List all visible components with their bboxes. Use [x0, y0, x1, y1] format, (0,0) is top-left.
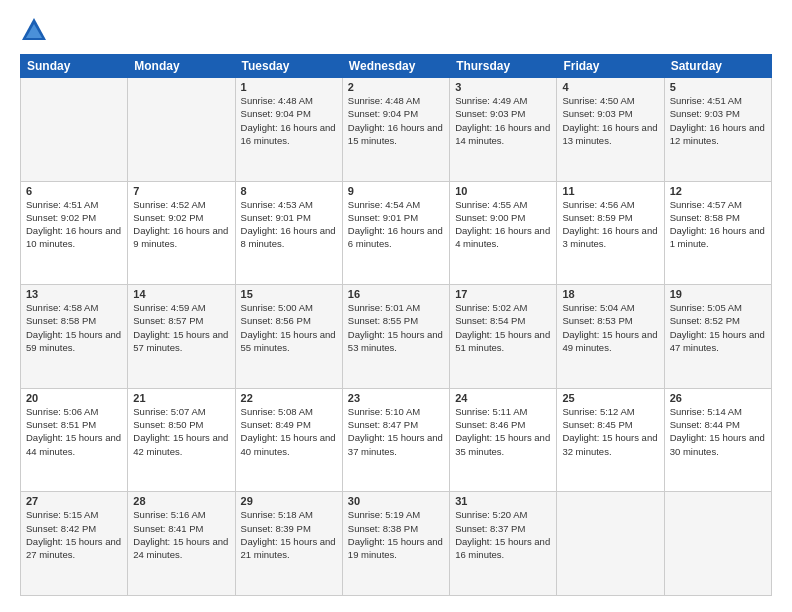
day-number: 10 — [455, 185, 551, 197]
day-number: 1 — [241, 81, 337, 93]
calendar-cell: 5Sunrise: 4:51 AM Sunset: 9:03 PM Daylig… — [664, 78, 771, 182]
calendar-cell: 3Sunrise: 4:49 AM Sunset: 9:03 PM Daylig… — [450, 78, 557, 182]
day-number: 4 — [562, 81, 658, 93]
calendar-day-header: Sunday — [21, 55, 128, 78]
day-info: Sunrise: 5:01 AM Sunset: 8:55 PM Dayligh… — [348, 301, 444, 354]
calendar-cell: 18Sunrise: 5:04 AM Sunset: 8:53 PM Dayli… — [557, 285, 664, 389]
day-info: Sunrise: 5:11 AM Sunset: 8:46 PM Dayligh… — [455, 405, 551, 458]
calendar-cell: 15Sunrise: 5:00 AM Sunset: 8:56 PM Dayli… — [235, 285, 342, 389]
day-info: Sunrise: 4:54 AM Sunset: 9:01 PM Dayligh… — [348, 198, 444, 251]
calendar-cell: 2Sunrise: 4:48 AM Sunset: 9:04 PM Daylig… — [342, 78, 449, 182]
calendar-cell: 19Sunrise: 5:05 AM Sunset: 8:52 PM Dayli… — [664, 285, 771, 389]
day-info: Sunrise: 4:48 AM Sunset: 9:04 PM Dayligh… — [348, 94, 444, 147]
day-number: 5 — [670, 81, 766, 93]
day-info: Sunrise: 4:55 AM Sunset: 9:00 PM Dayligh… — [455, 198, 551, 251]
day-number: 19 — [670, 288, 766, 300]
calendar-cell — [128, 78, 235, 182]
day-info: Sunrise: 5:05 AM Sunset: 8:52 PM Dayligh… — [670, 301, 766, 354]
calendar-day-header: Saturday — [664, 55, 771, 78]
day-number: 27 — [26, 495, 122, 507]
day-info: Sunrise: 5:12 AM Sunset: 8:45 PM Dayligh… — [562, 405, 658, 458]
calendar-cell: 7Sunrise: 4:52 AM Sunset: 9:02 PM Daylig… — [128, 181, 235, 285]
calendar-cell: 17Sunrise: 5:02 AM Sunset: 8:54 PM Dayli… — [450, 285, 557, 389]
day-info: Sunrise: 4:57 AM Sunset: 8:58 PM Dayligh… — [670, 198, 766, 251]
day-number: 13 — [26, 288, 122, 300]
calendar-cell: 1Sunrise: 4:48 AM Sunset: 9:04 PM Daylig… — [235, 78, 342, 182]
calendar-cell: 13Sunrise: 4:58 AM Sunset: 8:58 PM Dayli… — [21, 285, 128, 389]
day-info: Sunrise: 4:58 AM Sunset: 8:58 PM Dayligh… — [26, 301, 122, 354]
day-info: Sunrise: 5:15 AM Sunset: 8:42 PM Dayligh… — [26, 508, 122, 561]
day-number: 2 — [348, 81, 444, 93]
day-number: 3 — [455, 81, 551, 93]
calendar-day-header: Friday — [557, 55, 664, 78]
calendar-cell: 25Sunrise: 5:12 AM Sunset: 8:45 PM Dayli… — [557, 388, 664, 492]
calendar-cell: 30Sunrise: 5:19 AM Sunset: 8:38 PM Dayli… — [342, 492, 449, 596]
calendar-cell: 9Sunrise: 4:54 AM Sunset: 9:01 PM Daylig… — [342, 181, 449, 285]
calendar-cell: 10Sunrise: 4:55 AM Sunset: 9:00 PM Dayli… — [450, 181, 557, 285]
day-number: 30 — [348, 495, 444, 507]
calendar-week-row: 6Sunrise: 4:51 AM Sunset: 9:02 PM Daylig… — [21, 181, 772, 285]
calendar-cell: 27Sunrise: 5:15 AM Sunset: 8:42 PM Dayli… — [21, 492, 128, 596]
day-info: Sunrise: 4:51 AM Sunset: 9:02 PM Dayligh… — [26, 198, 122, 251]
calendar-cell: 11Sunrise: 4:56 AM Sunset: 8:59 PM Dayli… — [557, 181, 664, 285]
day-info: Sunrise: 5:07 AM Sunset: 8:50 PM Dayligh… — [133, 405, 229, 458]
calendar-cell: 22Sunrise: 5:08 AM Sunset: 8:49 PM Dayli… — [235, 388, 342, 492]
day-number: 26 — [670, 392, 766, 404]
day-number: 28 — [133, 495, 229, 507]
calendar-cell: 20Sunrise: 5:06 AM Sunset: 8:51 PM Dayli… — [21, 388, 128, 492]
day-info: Sunrise: 4:56 AM Sunset: 8:59 PM Dayligh… — [562, 198, 658, 251]
day-info: Sunrise: 4:59 AM Sunset: 8:57 PM Dayligh… — [133, 301, 229, 354]
day-info: Sunrise: 4:51 AM Sunset: 9:03 PM Dayligh… — [670, 94, 766, 147]
page: SundayMondayTuesdayWednesdayThursdayFrid… — [0, 0, 792, 612]
day-number: 17 — [455, 288, 551, 300]
header — [20, 16, 772, 44]
logo-icon — [20, 16, 48, 44]
day-number: 29 — [241, 495, 337, 507]
day-info: Sunrise: 5:06 AM Sunset: 8:51 PM Dayligh… — [26, 405, 122, 458]
day-number: 9 — [348, 185, 444, 197]
day-info: Sunrise: 4:49 AM Sunset: 9:03 PM Dayligh… — [455, 94, 551, 147]
calendar-cell: 12Sunrise: 4:57 AM Sunset: 8:58 PM Dayli… — [664, 181, 771, 285]
day-info: Sunrise: 4:52 AM Sunset: 9:02 PM Dayligh… — [133, 198, 229, 251]
day-info: Sunrise: 4:50 AM Sunset: 9:03 PM Dayligh… — [562, 94, 658, 147]
calendar-cell — [21, 78, 128, 182]
day-info: Sunrise: 5:10 AM Sunset: 8:47 PM Dayligh… — [348, 405, 444, 458]
calendar-cell: 24Sunrise: 5:11 AM Sunset: 8:46 PM Dayli… — [450, 388, 557, 492]
day-number: 14 — [133, 288, 229, 300]
day-info: Sunrise: 5:18 AM Sunset: 8:39 PM Dayligh… — [241, 508, 337, 561]
day-number: 25 — [562, 392, 658, 404]
day-info: Sunrise: 5:14 AM Sunset: 8:44 PM Dayligh… — [670, 405, 766, 458]
day-info: Sunrise: 5:00 AM Sunset: 8:56 PM Dayligh… — [241, 301, 337, 354]
day-number: 20 — [26, 392, 122, 404]
calendar-cell: 31Sunrise: 5:20 AM Sunset: 8:37 PM Dayli… — [450, 492, 557, 596]
day-info: Sunrise: 5:20 AM Sunset: 8:37 PM Dayligh… — [455, 508, 551, 561]
day-info: Sunrise: 5:04 AM Sunset: 8:53 PM Dayligh… — [562, 301, 658, 354]
calendar-day-header: Tuesday — [235, 55, 342, 78]
calendar-cell: 21Sunrise: 5:07 AM Sunset: 8:50 PM Dayli… — [128, 388, 235, 492]
day-info: Sunrise: 5:16 AM Sunset: 8:41 PM Dayligh… — [133, 508, 229, 561]
calendar-week-row: 27Sunrise: 5:15 AM Sunset: 8:42 PM Dayli… — [21, 492, 772, 596]
day-number: 16 — [348, 288, 444, 300]
day-number: 23 — [348, 392, 444, 404]
day-number: 15 — [241, 288, 337, 300]
calendar-day-header: Wednesday — [342, 55, 449, 78]
day-info: Sunrise: 5:02 AM Sunset: 8:54 PM Dayligh… — [455, 301, 551, 354]
calendar-day-header: Thursday — [450, 55, 557, 78]
day-number: 7 — [133, 185, 229, 197]
calendar-cell: 23Sunrise: 5:10 AM Sunset: 8:47 PM Dayli… — [342, 388, 449, 492]
calendar-cell: 28Sunrise: 5:16 AM Sunset: 8:41 PM Dayli… — [128, 492, 235, 596]
calendar-week-row: 13Sunrise: 4:58 AM Sunset: 8:58 PM Dayli… — [21, 285, 772, 389]
calendar-cell: 16Sunrise: 5:01 AM Sunset: 8:55 PM Dayli… — [342, 285, 449, 389]
day-number: 8 — [241, 185, 337, 197]
day-info: Sunrise: 4:48 AM Sunset: 9:04 PM Dayligh… — [241, 94, 337, 147]
calendar-day-header: Monday — [128, 55, 235, 78]
calendar-cell: 14Sunrise: 4:59 AM Sunset: 8:57 PM Dayli… — [128, 285, 235, 389]
day-number: 6 — [26, 185, 122, 197]
day-info: Sunrise: 5:19 AM Sunset: 8:38 PM Dayligh… — [348, 508, 444, 561]
calendar-cell — [664, 492, 771, 596]
calendar-cell: 26Sunrise: 5:14 AM Sunset: 8:44 PM Dayli… — [664, 388, 771, 492]
calendar-cell: 4Sunrise: 4:50 AM Sunset: 9:03 PM Daylig… — [557, 78, 664, 182]
logo — [20, 16, 52, 44]
calendar-cell: 6Sunrise: 4:51 AM Sunset: 9:02 PM Daylig… — [21, 181, 128, 285]
day-number: 24 — [455, 392, 551, 404]
